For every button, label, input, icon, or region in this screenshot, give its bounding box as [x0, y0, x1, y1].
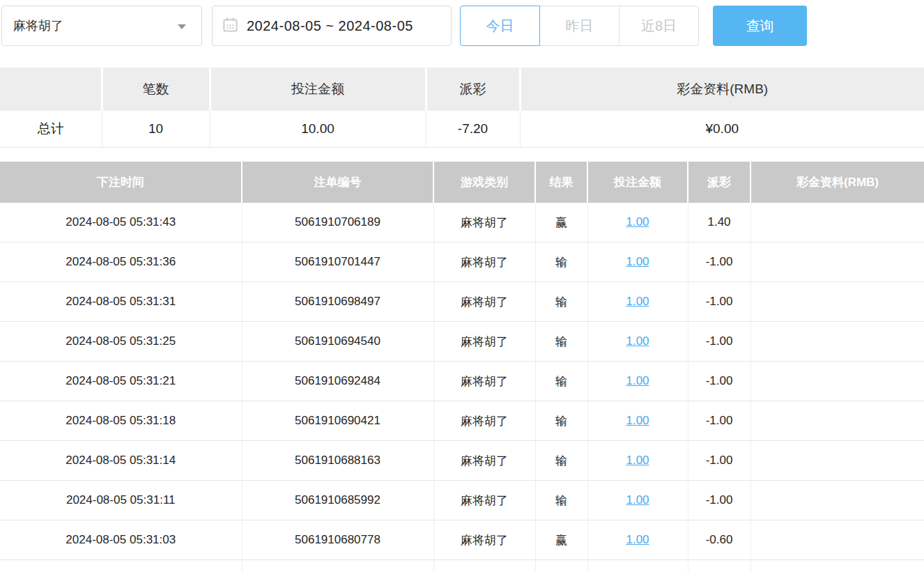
cell-bet-time: 2024-08-05 05:31:14 — [0, 441, 242, 481]
summary-total-row: 总计 10 10.00 -7.20 ¥0.00 — [0, 111, 924, 148]
col-header-game-type: 游戏类别 — [433, 162, 535, 203]
cell-result — [535, 560, 587, 572]
cell-payout: -1.00 — [688, 282, 750, 322]
cell-payout: -1.00 — [688, 242, 750, 282]
records-table: 下注时间 注单编号 游戏类别 结果 投注金额 派彩 彩金资料(RMB) 2024… — [0, 162, 924, 572]
cell-result: 输 — [535, 481, 587, 520]
tab-yesterday-label: 昨日 — [566, 17, 594, 36]
cell-game-type: 麻将胡了 — [433, 401, 535, 441]
cell-bet-amount: 1.00 — [587, 520, 688, 560]
cell-game-type: 麻将胡了 — [433, 520, 535, 560]
cell-game-type: 麻将胡了 — [433, 282, 535, 322]
cell-bet-time: 2024-08-05 05:31:03 — [0, 520, 242, 560]
cell-order-id: 5061910706189 — [242, 203, 433, 242]
cell-bet-time: 2024-08-05 05:31:31 — [0, 282, 242, 322]
cell-bet-amount: 1.00 — [587, 242, 688, 282]
quick-date-tabs: 今日 昨日 近8日 — [460, 6, 699, 46]
cell-bet-time: 2024-08-05 05:31:36 — [0, 242, 242, 282]
cell-order-id: 5061910680778 — [242, 520, 433, 560]
cell-bet-amount — [587, 560, 688, 572]
chevron-down-icon — [178, 24, 186, 29]
date-range-picker[interactable]: 2024-08-05 ~ 2024-08-05 — [212, 6, 452, 46]
summary-total-label: 总计 — [0, 111, 102, 148]
cell-bonus — [750, 441, 924, 481]
cell-bet-amount: 1.00 — [587, 282, 688, 322]
cell-bet-amount: 1.00 — [587, 441, 688, 481]
bet-amount-link[interactable]: 1.00 — [626, 255, 649, 268]
table-row: 2024-08-05 05:31:145061910688163麻将胡了输1.0… — [0, 441, 924, 481]
summary-header-bet-amount: 投注金额 — [210, 68, 426, 111]
summary-header-bonus: 彩金资料(RMB) — [520, 68, 924, 111]
bet-amount-link[interactable]: 1.00 — [626, 215, 649, 229]
table-row-partial — [0, 560, 924, 572]
cell-bet-time: 2024-08-05 05:31:18 — [0, 401, 242, 441]
cell-bet-amount: 1.00 — [587, 401, 688, 441]
summary-header-payout: 派彩 — [426, 68, 520, 111]
table-row: 2024-08-05 05:31:315061910698497麻将胡了输1.0… — [0, 282, 924, 322]
cell-order-id: 5061910690421 — [242, 401, 433, 441]
cell-payout: -1.00 — [688, 322, 750, 362]
cell-result: 赢 — [535, 520, 587, 560]
cell-order-id: 5061910698497 — [242, 282, 433, 322]
table-row: 2024-08-05 05:31:435061910706189麻将胡了赢1.0… — [0, 203, 924, 242]
bet-amount-link[interactable]: 1.00 — [626, 533, 649, 546]
summary-header-row: 笔数 投注金额 派彩 彩金资料(RMB) — [0, 68, 924, 111]
cell-bet-time: 2024-08-05 05:31:21 — [0, 362, 242, 401]
summary-header-count: 笔数 — [102, 68, 210, 111]
table-row: 2024-08-05 05:31:115061910685992麻将胡了输1.0… — [0, 481, 924, 520]
bet-amount-link[interactable]: 1.00 — [626, 493, 649, 507]
game-select[interactable]: 麻将胡了 — [1, 6, 202, 46]
cell-bonus — [750, 560, 924, 572]
col-header-bonus: 彩金资料(RMB) — [750, 162, 924, 203]
cell-order-id: 5061910694540 — [242, 322, 433, 362]
bet-amount-link[interactable]: 1.00 — [626, 295, 649, 308]
tab-last8days-label: 近8日 — [641, 17, 677, 36]
cell-bonus — [750, 242, 924, 282]
cell-result: 输 — [535, 282, 587, 322]
cell-bonus — [750, 322, 924, 362]
table-row: 2024-08-05 05:31:035061910680778麻将胡了赢1.0… — [0, 520, 924, 560]
cell-payout: -0.60 — [688, 520, 750, 560]
cell-bonus — [750, 203, 924, 242]
bet-amount-link[interactable]: 1.00 — [626, 334, 649, 348]
summary-bet-amount-value: 10.00 — [210, 111, 426, 148]
game-select-value: 麻将胡了 — [13, 17, 63, 34]
cell-payout: -1.00 — [688, 362, 750, 401]
cell-bonus — [750, 401, 924, 441]
summary-bonus-value: ¥0.00 — [520, 111, 924, 148]
cell-order-id: 5061910692484 — [242, 362, 433, 401]
cell-order-id: 5061910701447 — [242, 242, 433, 282]
bet-amount-link[interactable]: 1.00 — [626, 374, 649, 387]
cell-bonus — [750, 282, 924, 322]
col-header-result: 结果 — [535, 162, 587, 203]
bet-amount-link[interactable]: 1.00 — [626, 454, 649, 467]
cell-game-type: 麻将胡了 — [433, 242, 535, 282]
cell-game-type: 麻将胡了 — [433, 481, 535, 520]
table-row: 2024-08-05 05:31:185061910690421麻将胡了输1.0… — [0, 401, 924, 441]
summary-payout-value: -7.20 — [426, 111, 520, 148]
cell-payout: -1.00 — [688, 401, 750, 441]
cell-order-id — [242, 560, 433, 572]
col-header-payout: 派彩 — [688, 162, 750, 203]
col-header-bet-amount: 投注金额 — [587, 162, 688, 203]
summary-table: 笔数 投注金额 派彩 彩金资料(RMB) 总计 10 10.00 -7.20 ¥… — [0, 68, 924, 148]
bet-amount-link[interactable]: 1.00 — [626, 414, 649, 427]
tab-today[interactable]: 今日 — [460, 6, 540, 46]
tab-last8days[interactable]: 近8日 — [619, 6, 699, 46]
records-header-row: 下注时间 注单编号 游戏类别 结果 投注金额 派彩 彩金资料(RMB) — [0, 162, 924, 203]
col-header-order-id: 注单编号 — [242, 162, 433, 203]
date-range-value: 2024-08-05 ~ 2024-08-05 — [247, 18, 413, 34]
records-tbody: 2024-08-05 05:31:435061910706189麻将胡了赢1.0… — [0, 203, 924, 572]
query-button[interactable]: 查询 — [713, 6, 807, 46]
cell-result: 输 — [535, 362, 587, 401]
cell-bet-time: 2024-08-05 05:31:43 — [0, 203, 242, 242]
cell-payout: 1.40 — [688, 203, 750, 242]
cell-bet-amount: 1.00 — [587, 322, 688, 362]
cell-result: 输 — [535, 322, 587, 362]
cell-bet-amount: 1.00 — [587, 481, 688, 520]
cell-payout — [688, 560, 750, 572]
tab-yesterday[interactable]: 昨日 — [539, 6, 619, 46]
cell-bonus — [750, 520, 924, 560]
filter-bar: 麻将胡了 2024-08-05 ~ 2024-08-05 今日 昨日 近8日 — [1, 6, 924, 46]
cell-order-id: 5061910688163 — [242, 441, 433, 481]
